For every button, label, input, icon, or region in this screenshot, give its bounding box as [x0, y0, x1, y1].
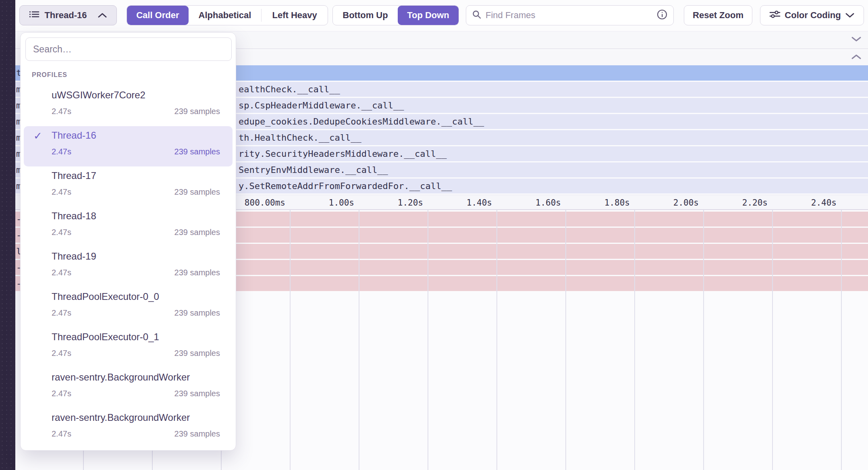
profiles-list: ✓ uWSGIWorker7Core2 2.47s239 samples ✓ T… — [21, 86, 236, 449]
profile-samples: 239 samples — [174, 268, 220, 277]
profiles-search-input[interactable] — [25, 37, 232, 61]
time-axis-tick: 2.40s — [811, 195, 837, 210]
flame-frame-label: sp.CspHeaderMiddleware.__call__ — [239, 98, 404, 113]
profile-item[interactable]: ✓ raven-sentry.BackgroundWorker 2.47s239… — [24, 368, 233, 408]
flame-frame-label: ealthCheck.__call__ — [239, 82, 340, 97]
gridline — [841, 210, 842, 470]
profile-name: Thread-18 — [52, 210, 220, 222]
flame-frame-label: y.SetRemoteAddrFromForwardedFor.__call__ — [239, 179, 452, 193]
flame-frame-label: SentryEnvMiddleware.__call__ — [239, 162, 388, 177]
profile-samples: 239 samples — [174, 429, 220, 439]
profile-samples: 239 samples — [174, 147, 220, 156]
direction-segmented-control: Bottom Up Top Down — [332, 5, 459, 25]
profile-name: raven-sentry.BackgroundWorker — [52, 371, 220, 383]
gridline — [496, 210, 497, 470]
check-icon: ✓ — [33, 130, 42, 142]
app-sidebar — [0, 0, 15, 470]
profiles-dropdown: PROFILES ✓ uWSGIWorker7Core2 2.47s239 sa… — [20, 32, 236, 451]
profile-samples: 239 samples — [174, 389, 220, 398]
sort-segmented-control: Call Order Alphabetical Left Heavy — [127, 5, 328, 25]
segment-call-order[interactable]: Call Order — [127, 6, 189, 25]
profile-samples: 239 samples — [174, 187, 220, 197]
flame-frame-label: edupe_cookies.DedupeCookiesMiddleware.__… — [239, 114, 484, 129]
profile-duration: 2.47s — [52, 228, 71, 237]
time-axis-tick: 1.60s — [536, 195, 561, 210]
profile-duration: 2.47s — [52, 147, 71, 156]
time-axis-tick: 800.00ms — [245, 195, 285, 210]
time-axis-tick: 1.00s — [329, 195, 354, 210]
profile-duration: 2.47s — [52, 187, 71, 197]
color-coding-button[interactable]: Color Coding — [760, 5, 864, 25]
thread-selector-label: Thread-16 — [44, 10, 87, 21]
chevron-up-icon[interactable] — [851, 54, 862, 62]
profile-name: ThreadPoolExecutor-0_0 — [52, 291, 220, 303]
profile-duration: 2.47s — [52, 389, 71, 398]
profile-item[interactable]: ✓ ThreadPoolExecutor-0_1 2.47s239 sample… — [24, 328, 233, 368]
search-icon — [472, 10, 482, 21]
profile-item[interactable]: ✓ Thread-17 2.47s239 samples — [24, 166, 233, 207]
segment-top-down[interactable]: Top Down — [398, 6, 459, 25]
profiles-section-label: PROFILES — [32, 71, 67, 79]
profile-samples: 239 samples — [174, 107, 220, 116]
chevron-down-icon — [845, 10, 855, 21]
gridline — [428, 210, 428, 470]
profile-item[interactable]: ✓ raven-sentry.BackgroundWorker 2.47s239… — [24, 408, 233, 449]
segment-alphabetical[interactable]: Alphabetical — [189, 6, 262, 25]
profile-duration: 2.47s — [52, 107, 71, 116]
sliders-icon — [769, 9, 781, 21]
profile-item[interactable]: ✓ Thread-18 2.47s239 samples — [24, 207, 233, 247]
gridline — [359, 210, 359, 470]
chevron-up-icon — [98, 10, 107, 21]
profile-name: uWSGIWorker7Core2 — [52, 89, 220, 101]
profile-name: Thread-19 — [52, 250, 220, 262]
info-icon[interactable] — [656, 9, 668, 22]
reset-zoom-button[interactable]: Reset Zoom — [684, 5, 752, 25]
gridline — [634, 210, 635, 470]
profile-duration: 2.47s — [52, 268, 71, 277]
profile-samples: 239 samples — [174, 308, 220, 318]
find-frames-input[interactable] — [486, 10, 652, 21]
profile-item-selected[interactable]: ✓ Thread-16 2.47s239 samples — [24, 126, 233, 166]
profiler-screen: t m ealthCheck.__call__ m sp.CspHeaderMi… — [0, 0, 868, 470]
toolbar: Thread-16 Call Order Alphabetical Left H… — [15, 0, 868, 31]
profile-name: raven-sentry.BackgroundWorker — [52, 412, 220, 424]
gridline — [290, 210, 291, 470]
time-axis-tick: 1.80s — [604, 195, 630, 210]
color-coding-label: Color Coding — [785, 10, 841, 21]
segment-bottom-up[interactable]: Bottom Up — [333, 6, 398, 25]
profile-name: Thread-17 — [52, 170, 220, 182]
chevron-down-icon[interactable] — [851, 36, 862, 44]
profile-duration: 2.47s — [52, 308, 71, 318]
gridline — [772, 210, 773, 470]
thread-selector-button[interactable]: Thread-16 — [19, 5, 117, 25]
flame-frame-label: th.HealthCheck.__call__ — [239, 130, 361, 145]
gridline — [703, 210, 704, 470]
segment-left-heavy[interactable]: Left Heavy — [262, 6, 328, 25]
time-axis-tick: 1.40s — [467, 195, 492, 210]
gridline — [565, 210, 566, 470]
flame-frame-label: rity.SecurityHeadersMiddleware.__call__ — [239, 146, 447, 161]
profile-samples: 239 samples — [174, 228, 220, 237]
profile-item[interactable]: ✓ ThreadPoolExecutor-0_0 2.47s239 sample… — [24, 287, 233, 328]
thread-list-icon — [29, 9, 39, 21]
profile-duration: 2.47s — [52, 429, 71, 439]
profile-item[interactable]: ✓ Thread-19 2.47s239 samples — [24, 247, 233, 287]
profile-item[interactable]: ✓ uWSGIWorker7Core2 2.47s239 samples — [24, 86, 233, 126]
find-frames-field — [466, 5, 674, 25]
profile-samples: 239 samples — [174, 349, 220, 358]
time-axis-tick: 2.20s — [742, 195, 768, 210]
time-axis-tick: 2.00s — [673, 195, 699, 210]
profile-name: ThreadPoolExecutor-0_1 — [52, 331, 220, 343]
time-axis-tick: 1.20s — [398, 195, 423, 210]
profile-duration: 2.47s — [52, 349, 71, 358]
profile-name: Thread-16 — [52, 129, 220, 141]
